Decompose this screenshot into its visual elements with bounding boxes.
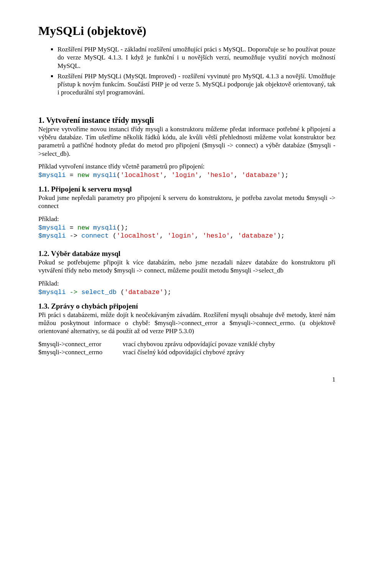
section-paragraph: Při práci s databázemi, může dojít k neo… [38,311,335,335]
example-label: Příklad: [38,215,335,223]
error-method-desc: vrací číselný kód odpovídající chybové z… [123,348,335,356]
code-block: $mysqli -> select_db ('databaze'); [38,288,335,296]
subsection-heading: 1.2. Výběr databáze mysql [38,249,120,258]
example-label: Příklad: [38,279,335,287]
section-paragraph: Pokud jsme nepředali parametry pro připo… [38,194,335,210]
list-item: Rozšíření PHP MySQL - základní rozšíření… [58,45,335,70]
example-label: Příklad vytvoření instance třídy včetně … [38,162,335,170]
section-paragraph: Nejprve vytvoříme novou instanci třídy m… [38,125,335,158]
intro-list: Rozšíření PHP MySQL - základní rozšíření… [38,45,335,97]
section-paragraph: Pokud se potřebujeme připojit k více dat… [38,258,335,275]
table-row: $mysqli->connect_error vrací chybovou zp… [38,340,335,348]
code-block: $mysqli = new mysqli('localhost', 'login… [38,171,335,179]
subsection-heading: 1.3. Zprávy o chybách připojení [38,302,138,310]
subsection-heading: 1.1. Připojení k serveru mysql [38,185,132,193]
page-number: 1 [38,375,335,383]
page-title: MySQLi (objektově) [38,23,335,38]
table-row: $mysqli->connect_errno vrací číselný kód… [38,348,335,356]
error-method-name: $mysqli->connect_errno [38,348,123,356]
code-block: $mysqli -> connect ('localhost', 'login'… [38,232,335,240]
error-method-name: $mysqli->connect_error [38,340,123,348]
code-block: $mysqli = new mysqli(); [38,224,335,232]
list-item: Rozšíření PHP MySQLi (MySQL Improved) - … [58,72,335,97]
error-method-desc: vrací chybovou zprávu odpovídající povaz… [123,340,335,348]
section-heading: 1. Vytvoření instance třídy mysqli [38,115,335,125]
